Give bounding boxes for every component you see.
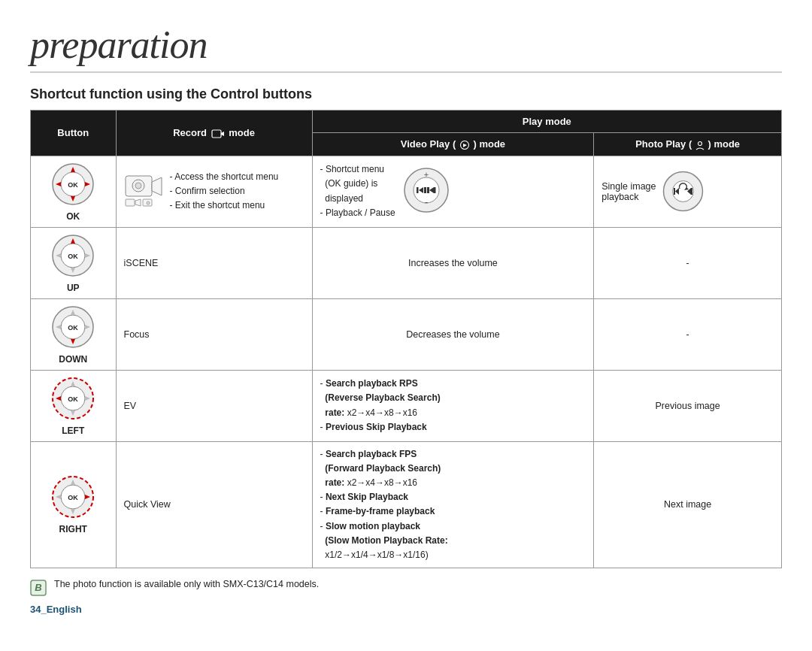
svg-text:OK: OK xyxy=(68,181,79,189)
ok-label: OK xyxy=(66,211,80,222)
down-record-label: Focus xyxy=(124,329,150,340)
svg-text:B: B xyxy=(35,582,41,593)
page-number: 34_English xyxy=(30,604,782,615)
header-button: Button xyxy=(31,111,117,156)
header-play-mode: Play mode xyxy=(312,111,781,133)
right-photo-text: Next image xyxy=(664,499,711,510)
table-row-left: OK LEFT EV - Search playback RPS (Revers… xyxy=(31,370,782,441)
svg-rect-34 xyxy=(691,188,692,195)
svg-point-17 xyxy=(147,201,150,204)
svg-text:+: + xyxy=(423,170,428,179)
left-record-label: EV xyxy=(124,401,137,411)
svg-point-3 xyxy=(698,141,701,145)
table-row-ok: OK OK xyxy=(31,156,782,227)
note-icon: B xyxy=(30,580,47,596)
left-photo-text: Previous image xyxy=(656,401,720,411)
svg-text:-: - xyxy=(424,196,428,208)
up-record-label: iSCENE xyxy=(124,258,159,268)
table-row-right: OK RIGHT Quick View - Search playback FP… xyxy=(31,441,782,568)
svg-text:OK: OK xyxy=(68,324,79,332)
ok-photo-text: Single imageplayback xyxy=(601,181,656,202)
svg-rect-22 xyxy=(424,187,426,193)
down-photo-text: - xyxy=(686,329,689,340)
header-video-play: Video Play ( ) mode xyxy=(312,133,594,156)
svg-rect-20 xyxy=(417,187,419,193)
table-row-down: OK DOWN Focus Decreases the volume - xyxy=(31,298,782,370)
right-label: RIGHT xyxy=(59,524,87,534)
svg-rect-30 xyxy=(674,188,675,195)
left-label: LEFT xyxy=(62,425,84,436)
shortcut-table: Button Record mode Play mode Video Play … xyxy=(30,110,782,568)
svg-rect-23 xyxy=(427,187,429,193)
right-record-label: Quick View xyxy=(124,499,171,510)
footer-text: The photo function is available only wit… xyxy=(54,579,319,589)
svg-text:OK: OK xyxy=(68,494,79,501)
svg-marker-1 xyxy=(221,132,224,136)
footer-note: B The photo function is available only w… xyxy=(30,579,782,596)
page-title: preparation xyxy=(30,23,782,73)
up-video-text: Increases the volume xyxy=(408,258,498,268)
down-video-text: Decreases the volume xyxy=(406,329,499,340)
header-photo-play: Photo Play ( ) mode xyxy=(594,133,782,156)
svg-text:OK: OK xyxy=(68,253,79,260)
up-label: UP xyxy=(67,283,80,293)
section-title: Shortcut function using the Control butt… xyxy=(30,86,782,102)
svg-rect-25 xyxy=(434,187,436,193)
svg-rect-0 xyxy=(212,130,221,138)
header-record: Record mode xyxy=(116,111,312,156)
svg-marker-12 xyxy=(152,177,162,195)
up-photo-text: - xyxy=(686,258,689,268)
down-label: DOWN xyxy=(59,354,87,365)
svg-text:OK: OK xyxy=(68,395,79,403)
svg-point-14 xyxy=(135,183,141,189)
svg-rect-15 xyxy=(126,199,135,206)
table-row-up: OK UP iSCENE Increases the volume - xyxy=(31,227,782,298)
